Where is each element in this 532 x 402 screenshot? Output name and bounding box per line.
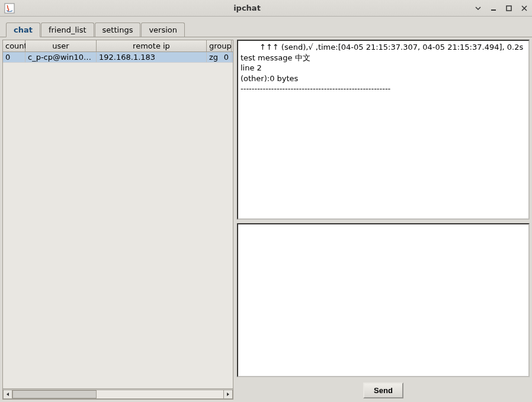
message-input[interactable] xyxy=(241,226,526,375)
tab-version[interactable]: version xyxy=(141,22,185,37)
titlebar: ipchat xyxy=(0,0,532,17)
table-row[interactable]: 0 c_p-cp@win10-vm 192.168.1.183 zg 0 xyxy=(3,52,233,63)
tab-chat[interactable]: chat xyxy=(6,22,40,37)
table-header-row: count user remote ip group xyxy=(3,40,233,52)
table-body: 0 c_p-cp@win10-vm 192.168.1.183 zg 0 xyxy=(3,52,233,388)
col-header-count[interactable]: count xyxy=(3,40,25,52)
menubar-spacer xyxy=(0,17,532,21)
send-bar: Send xyxy=(237,381,530,400)
log-line-4: (other):0 bytes xyxy=(241,73,526,84)
window-controls xyxy=(474,4,528,12)
minimize-icon[interactable] xyxy=(489,4,498,12)
cell-extra-value: 0 xyxy=(224,53,229,62)
cell-remote-ip: 192.168.1.183 xyxy=(97,52,207,62)
tab-friend-list[interactable]: friend_list xyxy=(41,22,94,37)
cell-group-value: zg xyxy=(209,53,218,62)
friend-table: count user remote ip group 0 c_p-cp@win1… xyxy=(3,40,233,388)
col-header-user[interactable]: user xyxy=(25,40,97,52)
message-log[interactable]: ↑↑↑ (send),√ ,time:[04-05 21:15:37.307, … xyxy=(237,40,530,220)
cell-group: zg 0 xyxy=(207,52,232,62)
horizontal-scrollbar[interactable] xyxy=(3,388,233,399)
window-title: ipchat xyxy=(20,4,474,12)
log-line-1: ↑↑↑ (send),√ ,time:[04-05 21:15:37.307, … xyxy=(241,42,526,53)
scroll-track[interactable] xyxy=(12,390,223,399)
scroll-left-icon[interactable] xyxy=(3,390,12,399)
scroll-thumb[interactable] xyxy=(12,390,97,398)
log-line-2: test message 中文 xyxy=(241,53,526,63)
log-line-5: ----------------------------------------… xyxy=(241,83,526,94)
cell-user: c_p-cp@win10-vm xyxy=(25,52,97,62)
col-header-group[interactable]: group xyxy=(207,40,232,52)
friend-table-panel: count user remote ip group 0 c_p-cp@win1… xyxy=(2,40,233,400)
close-icon[interactable] xyxy=(520,4,528,12)
send-button[interactable]: Send xyxy=(363,382,403,398)
maximize-icon[interactable] xyxy=(505,4,513,12)
cell-count: 0 xyxy=(3,52,25,62)
scroll-right-icon[interactable] xyxy=(223,390,233,399)
log-line-3: line 2 xyxy=(241,63,526,73)
svg-rect-2 xyxy=(507,6,511,11)
java-app-icon xyxy=(4,2,15,14)
window-dropdown-icon[interactable] xyxy=(474,4,482,12)
message-input-container xyxy=(237,223,530,377)
chat-panel: ↑↑↑ (send),√ ,time:[04-05 21:15:37.307, … xyxy=(237,40,530,400)
content-area: count user remote ip group 0 c_p-cp@win1… xyxy=(0,37,532,402)
col-header-remote-ip[interactable]: remote ip xyxy=(97,40,207,52)
tab-settings[interactable]: settings xyxy=(95,22,141,37)
tab-bar: chat friend_list settings version xyxy=(0,21,532,37)
